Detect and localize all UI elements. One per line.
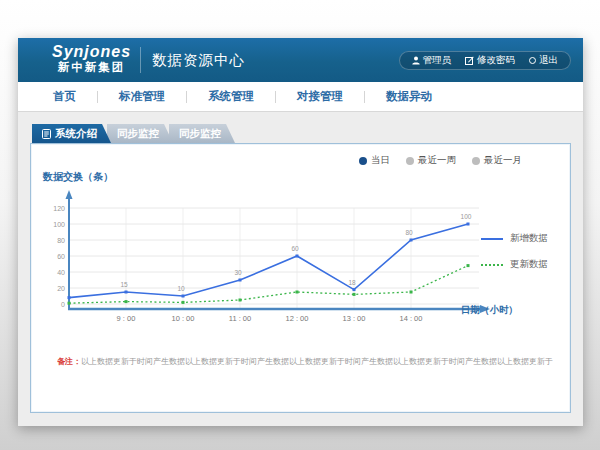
svg-text:0: 0 [61, 301, 65, 308]
legend-item-new-data[interactable]: 新增数据 [481, 232, 548, 245]
admin-user-button[interactable]: 管理员 [412, 54, 452, 67]
radio-last-week[interactable]: 最近一周 [406, 154, 456, 167]
radio-today[interactable]: 当日 [359, 154, 390, 167]
svg-text:100: 100 [461, 213, 472, 220]
page-title: 数据资源中心 [152, 51, 245, 70]
svg-text:15: 15 [120, 281, 128, 288]
admin-user-label: 管理员 [423, 54, 452, 67]
edit-icon [465, 56, 474, 65]
svg-text:10 : 00: 10 : 00 [172, 314, 195, 323]
green-dotted-line-icon [481, 264, 503, 266]
svg-text:14 : 00: 14 : 00 [400, 314, 423, 323]
svg-text:30: 30 [234, 269, 242, 276]
company-logo: Synjones 新中新集团 [52, 43, 131, 74]
footnote: 备注：以上数据更新于时间产生数据以上数据更新于时间产生数据以上数据更新于时间产生… [57, 356, 557, 367]
radio-label: 最近一周 [418, 154, 456, 167]
chart-legend: 新增数据 更新数据 [481, 232, 548, 271]
header-divider [140, 47, 141, 73]
main-nav: 首页 标准管理 系统管理 对接管理 数据异动 [18, 82, 583, 112]
svg-text:12 : 00: 12 : 00 [286, 314, 309, 323]
radio-dot-icon [472, 157, 480, 165]
svg-text:10: 10 [177, 285, 185, 292]
legend-label: 更新数据 [510, 258, 548, 271]
radio-dot-icon [359, 157, 367, 165]
power-icon [529, 57, 536, 64]
svg-text:80: 80 [405, 229, 413, 236]
svg-text:80: 80 [57, 237, 65, 244]
nav-item-home[interactable]: 首页 [32, 89, 97, 104]
svg-text:20: 20 [57, 285, 65, 292]
blue-line-icon [481, 238, 503, 240]
svg-text:60: 60 [291, 245, 299, 252]
user-toolbar: 管理员 修改密码 退出 [399, 51, 572, 70]
tab-label: 同步监控 [179, 127, 221, 141]
logout-label: 退出 [539, 54, 558, 67]
logo-company-name: 新中新集团 [52, 60, 131, 74]
svg-text:60: 60 [57, 253, 65, 260]
chart-panel: 当日 最近一周 最近一月 数据交换（条） 0204060801001209 : … [30, 143, 571, 413]
change-password-button[interactable]: 修改密码 [465, 54, 515, 67]
app-header: Synjones 新中新集团 数据资源中心 管理员 修改密码 [18, 38, 583, 82]
radio-last-month[interactable]: 最近一月 [472, 154, 522, 167]
tab-system-intro[interactable]: 系统介绍 [32, 124, 111, 143]
tab-label: 同步监控 [117, 127, 159, 141]
user-icon [412, 56, 420, 65]
y-axis-title: 数据交换（条） [43, 170, 113, 184]
nav-item-system-mgmt[interactable]: 系统管理 [187, 89, 275, 104]
legend-item-updated-data[interactable]: 更新数据 [481, 258, 548, 271]
svg-text:18: 18 [348, 279, 356, 286]
legend-label: 新增数据 [510, 232, 548, 245]
svg-text:120: 120 [53, 205, 65, 212]
svg-text:9 : 00: 9 : 00 [117, 314, 136, 323]
footnote-text: 以上数据更新于时间产生数据以上数据更新于时间产生数据以上数据更新于时间产生数据以… [81, 357, 553, 366]
nav-item-standard-mgmt[interactable]: 标准管理 [98, 89, 186, 104]
content-area: 系统介绍 同步监控 同步监控 当日 最近一周 [18, 112, 583, 426]
change-password-label: 修改密码 [477, 54, 515, 67]
tab-label: 系统介绍 [55, 127, 97, 141]
svg-text:40: 40 [57, 269, 65, 276]
tab-sync-monitor-1[interactable]: 同步监控 [107, 124, 173, 143]
logout-button[interactable]: 退出 [529, 54, 558, 67]
app-window: Synjones 新中新集团 数据资源中心 管理员 修改密码 [18, 38, 583, 426]
radio-label: 最近一月 [484, 154, 522, 167]
svg-text:11 : 00: 11 : 00 [229, 314, 251, 323]
svg-text:100: 100 [53, 221, 65, 228]
radio-label: 当日 [371, 154, 390, 167]
tab-bar: 系统介绍 同步监控 同步监控 [32, 124, 571, 143]
footnote-prefix: 备注： [57, 357, 81, 366]
logo-brand-text: Synjones [52, 43, 131, 60]
line-chart: 0204060801001209 : 0010 : 0011 : 0012 : … [39, 184, 509, 339]
svg-text:13 : 00: 13 : 00 [343, 314, 366, 323]
tab-sync-monitor-2[interactable]: 同步监控 [169, 124, 235, 143]
radio-dot-icon [406, 157, 414, 165]
nav-item-interface-mgmt[interactable]: 对接管理 [276, 89, 364, 104]
nav-item-data-change[interactable]: 数据异动 [365, 89, 453, 104]
time-range-radio-group: 当日 最近一周 最近一月 [359, 154, 522, 167]
document-icon [42, 129, 51, 139]
